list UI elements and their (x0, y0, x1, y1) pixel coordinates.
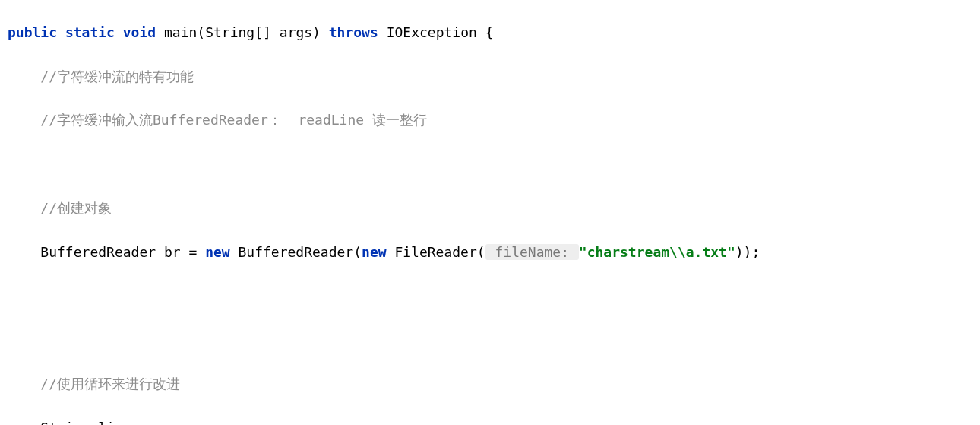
code-line[interactable] (0, 286, 980, 308)
param-name: args (280, 24, 312, 40)
ctor-bufferedreader: BufferedReader( (238, 244, 362, 260)
code-line[interactable] (0, 154, 980, 176)
comment: //创建对象 (40, 200, 112, 216)
variable-br: br (164, 244, 181, 260)
keyword-static: static (65, 24, 115, 40)
code-editor[interactable]: public static void main(String[] args) t… (0, 0, 980, 425)
keyword-new: new (362, 244, 387, 260)
code-line[interactable]: //使用循环来进行改进 (0, 373, 980, 395)
keyword-new: new (205, 244, 230, 260)
comment: //字符缓冲输入流BufferedReader： readLine 读一整行 (40, 112, 427, 128)
brace-open: { (477, 24, 494, 40)
method-name: main (164, 24, 197, 40)
code-line[interactable]: //字符缓冲流的特有功能 (0, 66, 980, 88)
code-line[interactable]: //创建对象 (0, 198, 980, 220)
assign-eq: = (181, 244, 206, 260)
parameter-hint: fileName: (485, 244, 579, 260)
code-line[interactable] (0, 329, 980, 351)
code-line[interactable]: //字符缓冲输入流BufferedReader： readLine 读一整行 (0, 109, 980, 132)
code-line[interactable]: public static void main(String[] args) t… (0, 22, 980, 44)
param-type: String[] (205, 24, 271, 40)
keyword-public: public (8, 24, 57, 40)
keyword-throws: throws (329, 24, 378, 40)
keyword-void: void (123, 24, 156, 40)
comment: //字符缓冲流的特有功能 (40, 68, 194, 84)
comment: //使用循环来进行改进 (40, 376, 180, 392)
type-string: String (40, 420, 90, 425)
exception-type: IOException (387, 24, 477, 40)
close-parens: )); (735, 244, 760, 260)
string-literal: "charstream\\a.txt" (579, 244, 735, 260)
code-line[interactable]: String line; (0, 417, 980, 425)
variable-line: line; (98, 420, 139, 425)
code-line[interactable]: BufferedReader br = new BufferedReader(n… (0, 242, 980, 264)
ctor-filereader: FileReader( (394, 244, 485, 260)
type-bufferedreader: BufferedReader (40, 244, 156, 260)
